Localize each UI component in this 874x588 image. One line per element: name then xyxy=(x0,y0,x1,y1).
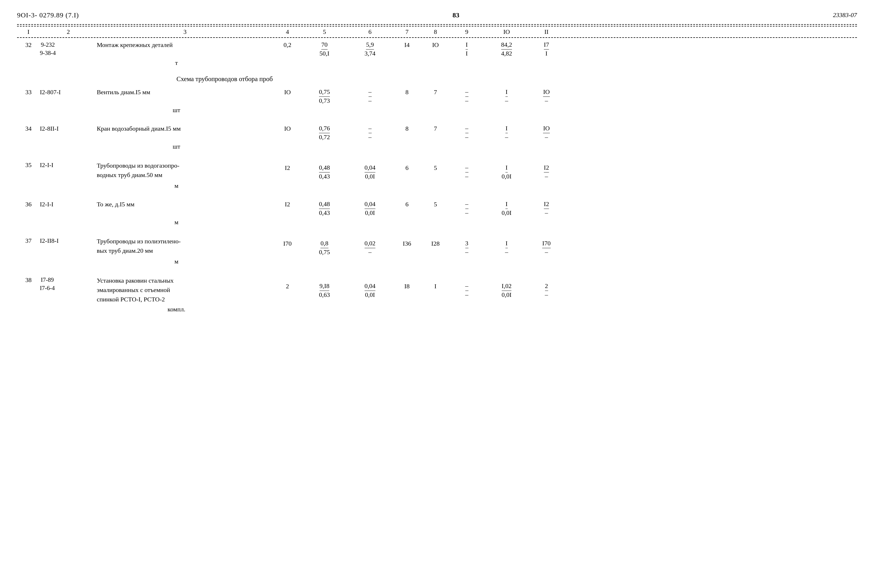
row-qty: 2 xyxy=(273,276,302,291)
col-header-9: 9 xyxy=(450,28,484,36)
row-col8: I xyxy=(421,276,450,291)
row-col11: IO – xyxy=(529,124,564,141)
row-col5: 0,76 0,72 xyxy=(302,124,347,141)
row-col9: I I xyxy=(450,41,484,57)
doc-number: 9OI-3- 0279.89 (7.I) xyxy=(17,11,79,19)
row-col10: I 0,0I xyxy=(484,161,529,180)
row-col5: 9,I8 0,63 xyxy=(302,276,347,299)
row-id: 37 xyxy=(17,237,40,245)
col-header-11: II xyxy=(529,28,564,36)
row-col11: 2 – xyxy=(529,276,564,299)
unit-row: компл. xyxy=(17,305,857,317)
table-row: 32 9-2329-38-4 Монтаж крепежных деталей … xyxy=(17,38,857,58)
row-col6: 0,04 0,0I xyxy=(347,200,393,217)
row-col5: 0,75 0,73 xyxy=(302,88,347,105)
col-header-2: 2 xyxy=(40,28,97,36)
row-col9: – – xyxy=(450,200,484,217)
row-col11: IO – xyxy=(529,88,564,105)
col-header-6: 6 xyxy=(347,28,393,36)
unit-row: шт xyxy=(17,106,857,118)
row-code: I7-89I7-6-4 xyxy=(40,276,97,292)
section-title-row: Схема трубопроводов отбора проб xyxy=(17,71,857,85)
row-id: 36 xyxy=(17,200,40,209)
row-qty: I70 xyxy=(273,237,302,248)
row-col10: I 0,0I xyxy=(484,200,529,217)
row-col5: 0,48 0,43 xyxy=(302,161,347,180)
table-body: 32 9-2329-38-4 Монтаж крепежных деталей … xyxy=(17,38,857,317)
col-header-7: 7 xyxy=(393,28,421,36)
row-col6: – – xyxy=(347,124,393,141)
row-code: 9-2329-38-4 xyxy=(40,41,97,57)
row-col7: I4 xyxy=(393,41,421,50)
row-desc: Трубопроводы из полиэтилено-вых труб диа… xyxy=(97,237,273,255)
unit-label: компл. xyxy=(168,305,185,314)
unit-label: шт xyxy=(173,106,180,115)
row-code: I2-I-I xyxy=(40,200,97,209)
row-col10: I – xyxy=(484,237,529,256)
section-title-text: Схема трубопроводов отбора проб xyxy=(177,75,273,83)
row-col11: I2 – xyxy=(529,161,564,180)
col-header-10: IO xyxy=(484,28,529,36)
row-desc: Вентиль диам.I5 мм xyxy=(97,88,273,97)
row-col7: I36 xyxy=(393,237,421,248)
unit-row: м xyxy=(17,182,857,194)
top-divider xyxy=(17,24,857,25)
row-qty: IO xyxy=(273,88,302,97)
row-code: I2-807-I xyxy=(40,88,97,97)
table-row: 33 I2-807-I Вентиль диам.I5 мм IO 0,75 0… xyxy=(17,85,857,106)
row-col5: 0,48 0,43 xyxy=(302,200,347,217)
doc-code: 23383-07 xyxy=(833,11,857,19)
col-header-8: 8 xyxy=(421,28,450,36)
row-col9: 3 – xyxy=(450,237,484,256)
page-number: 83 xyxy=(453,11,459,19)
row-col8: I28 xyxy=(421,237,450,248)
unit-label: т xyxy=(175,58,178,68)
row-id: 35 xyxy=(17,161,40,170)
row-col6: 0,04 0,0I xyxy=(347,161,393,180)
table-row: 35 I2-I-I Трубопроводы из водогазопро-во… xyxy=(17,158,857,182)
col-header-3: 3 xyxy=(97,28,273,36)
row-col6: 5,9 3,74 xyxy=(347,41,393,57)
unit-label: м xyxy=(174,218,178,227)
row-col9: – – xyxy=(450,161,484,180)
row-id: 32 xyxy=(17,41,40,50)
row-code: I2-8II-I xyxy=(40,124,97,133)
row-col7: I8 xyxy=(393,276,421,291)
row-col5: 0,8 0,75 xyxy=(302,237,347,256)
row-desc: Монтаж крепежных деталей xyxy=(97,41,273,50)
row-col11: I70 – xyxy=(529,237,564,256)
row-desc: Установка раковин стальныхэмалированных … xyxy=(97,276,273,304)
row-col10: I – xyxy=(484,124,529,141)
row-col10: I,02 0,0I xyxy=(484,276,529,299)
row-col9: – – xyxy=(450,276,484,299)
row-code: I2-II8-I xyxy=(40,237,97,245)
row-col11: I7 I xyxy=(529,41,564,57)
row-col11: I2 – xyxy=(529,200,564,217)
row-qty: I2 xyxy=(273,161,302,172)
row-qty: I2 xyxy=(273,200,302,209)
row-col7: 8 xyxy=(393,124,421,133)
row-col9: – – xyxy=(450,88,484,105)
row-col10: I – xyxy=(484,88,529,105)
row-qty: IO xyxy=(273,124,302,133)
row-col8: 5 xyxy=(421,161,450,172)
unit-row: м xyxy=(17,257,857,270)
unit-label: шт xyxy=(173,142,180,151)
row-col6: – – xyxy=(347,88,393,105)
row-col8: 7 xyxy=(421,88,450,97)
row-code: I2-I-I xyxy=(40,161,97,170)
table-row: 37 I2-II8-I Трубопроводы из полиэтилено-… xyxy=(17,234,857,257)
row-desc: Трубопроводы из водогазопро-водных труб … xyxy=(97,161,273,180)
unit-row: м xyxy=(17,218,857,230)
col-header-4: 4 xyxy=(273,28,302,36)
row-col6: 0,04 0,0I xyxy=(347,276,393,299)
row-col9: – – xyxy=(450,124,484,141)
row-col8: 7 xyxy=(421,124,450,133)
row-col7: 6 xyxy=(393,200,421,209)
row-qty: 0,2 xyxy=(273,41,302,50)
row-id: 38 xyxy=(17,276,40,285)
table-row: 38 I7-89I7-6-4 Установка раковин стальны… xyxy=(17,273,857,305)
row-id: 33 xyxy=(17,88,40,97)
row-col8: 5 xyxy=(421,200,450,209)
unit-label: м xyxy=(174,182,178,190)
